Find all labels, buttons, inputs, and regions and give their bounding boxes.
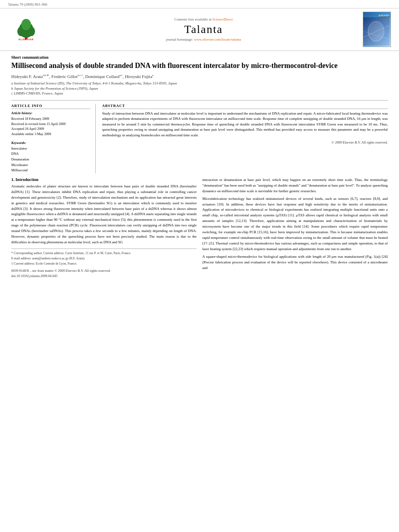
available-date: Available online 3 May 2009 <box>11 131 90 137</box>
footnote-1: 1 Current address: Ecole Centrale de Lyo… <box>11 261 197 267</box>
journal-banner: ELSEVIER Contents lists available at Sci… <box>0 8 399 51</box>
keywords-block: Keywords: Intercalator DNA Denaturation … <box>11 141 90 173</box>
right-para-3: A square-shaped micro-thermodevice for b… <box>202 254 388 271</box>
main-content: 1. Introduction Aromatic molecules of pl… <box>11 177 388 279</box>
elsevier-tree-icon: ELSEVIER <box>14 18 38 41</box>
affiliations: a Institute of Industrial Science (IIS),… <box>11 81 388 96</box>
article-history: Article history: Received 18 February 20… <box>11 111 90 137</box>
svg-text:ELSEVIER: ELSEVIER <box>19 38 34 41</box>
keyword-4: Microheater <box>11 162 90 168</box>
authors-line: Hideyuki F. Arataa,b,∗, Frederic Gillota… <box>11 74 388 79</box>
accepted-date: Accepted 16 April 2009 <box>11 126 90 131</box>
affiliation-a: a Institute of Industrial Science (IIS),… <box>11 81 388 86</box>
right-para-1: interaction or denaturation at base pair… <box>202 177 388 194</box>
keyword-1: Intercalator <box>11 146 90 152</box>
footnotes-area: * Corresponding author. Current address:… <box>11 249 197 279</box>
right-para-2: Microfabrication technology has realized… <box>202 196 388 252</box>
affiliation-b: b Japan Society for the Promotion of Sci… <box>11 86 388 91</box>
cover-svg <box>363 17 389 45</box>
sciencedirect-link[interactable]: ScienceDirect <box>212 17 232 21</box>
copyright: © 2009 Elsevier B.V. All rights reserved… <box>102 140 388 144</box>
footnote-star: * Corresponding author. Current address:… <box>11 251 197 266</box>
right-content-col: interaction or denaturation at base pair… <box>202 177 388 279</box>
svg-point-4 <box>21 19 31 30</box>
author-4-sup: a <box>152 74 154 77</box>
elsevier-logo: ELSEVIER <box>8 12 44 47</box>
article-type: Short communication <box>11 55 388 60</box>
page: Talanta 79 (2009) 963–966 ELSEVIER Conte… <box>0 0 399 532</box>
author-3-sup: a,c <box>119 74 123 77</box>
intro-para-1: Aromatic molecules of planer structure a… <box>11 184 197 245</box>
cover-label: talanta <box>379 13 389 17</box>
journal-center-info: Contents lists available at ScienceDirec… <box>48 12 359 47</box>
article-info-label: ARTICLE INFO <box>11 104 90 109</box>
keywords-label: Keywords: <box>11 141 90 145</box>
abstract-section: ABSTRACT Study of interaction between DN… <box>102 104 388 145</box>
issn-line: 0039-9140/$ – see front matter © 2009 El… <box>11 268 197 279</box>
footnote-corresponding: * Corresponding author. Current address:… <box>11 251 197 256</box>
author-2: Frederic Gillota,c,1 <box>51 74 83 79</box>
doi-text: doi:10.1016/j.talanta.2009.04.045 <box>11 273 197 279</box>
article-info-col: ARTICLE INFO Article history: Received 1… <box>11 104 96 173</box>
author-2-sup: a,c,1 <box>78 74 83 77</box>
keyword-3: Denaturation <box>11 157 90 162</box>
abstract-col: ABSTRACT Study of interaction between DN… <box>102 104 388 173</box>
intro-heading: 1. Introduction <box>11 177 197 182</box>
journal-cover-image: talanta <box>363 12 391 47</box>
keyword-5: Millisecond <box>11 168 90 173</box>
author-1-sup: a,b,∗ <box>43 74 49 77</box>
author-1: Hideyuki F. Arataa,b,∗ <box>11 74 49 79</box>
journal-citation: Talanta 79 (2009) 963–966 <box>8 2 47 6</box>
sciencedirect-line: Contents lists available at ScienceDirec… <box>175 17 233 21</box>
article-title: Millisecond analysis of double stranded … <box>11 61 388 70</box>
author-4: Hiroyuki Fujitaa <box>125 74 153 79</box>
issn-text: 0039-9140/$ – see front matter © 2009 El… <box>11 268 197 274</box>
received-revised-date: Received in revised form 15 April 2009 <box>11 121 90 127</box>
keyword-2: DNA <box>11 151 90 157</box>
received-date: Received 18 February 2009 <box>11 116 90 121</box>
journal-title: Talanta <box>184 23 223 36</box>
article-body: Short communication Millisecond analysis… <box>0 51 399 283</box>
history-label: Article history: <box>11 111 90 115</box>
abstract-text: Study of interaction between DNA and int… <box>102 111 388 138</box>
homepage-link[interactable]: www.elsevier.com/locate/talanta <box>194 37 241 41</box>
author-3: Dominique Collarda,c <box>85 74 123 79</box>
affiliation-c: c LIMMS-CNRS/IIS, France, Japan <box>11 91 388 96</box>
abstract-label: ABSTRACT <box>102 104 388 109</box>
journal-header: Talanta 79 (2009) 963–966 <box>0 0 399 8</box>
article-info-abstract: ARTICLE INFO Article history: Received 1… <box>11 100 388 173</box>
introduction-col: 1. Introduction Aromatic molecules of pl… <box>11 177 197 279</box>
homepage-line: journal homepage: www.elsevier.com/locat… <box>166 37 241 41</box>
footnote-email: E-mail address: arata@sanken.osaka-u.ac.… <box>11 256 197 261</box>
